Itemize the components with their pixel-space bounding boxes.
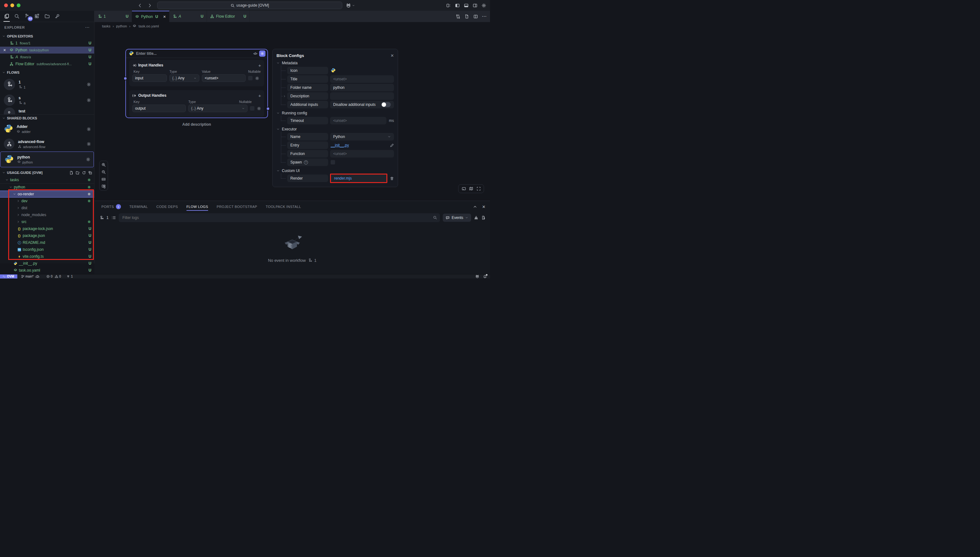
tree-item-tasks[interactable]: tasks <box>0 176 94 183</box>
tree-item-node-modules[interactable]: node_modules <box>0 212 94 218</box>
open-editor-item-1[interactable]: 1 flows/1 U <box>0 40 94 47</box>
ports-status[interactable]: 1 <box>67 275 73 278</box>
customize-layout-icon[interactable] <box>446 3 451 8</box>
sync-cloud-icon[interactable] <box>36 275 39 278</box>
toggle-sidebar-icon[interactable] <box>455 3 460 8</box>
input-value-field[interactable]: <unset> <box>202 74 245 82</box>
tab-flow-1[interactable]: 1 U <box>94 11 132 22</box>
tab-flow-a[interactable]: A U <box>169 11 207 22</box>
explorer-icon[interactable] <box>3 11 11 22</box>
compare-changes-icon[interactable] <box>456 14 460 19</box>
tree-item-readme[interactable]: i README.md U <box>0 239 94 246</box>
input-type-select[interactable]: {..} Any <box>169 74 199 82</box>
command-center-search[interactable]: usage-guide [OVM] <box>157 2 342 9</box>
fit-view-icon[interactable] <box>101 177 106 181</box>
tree-item-python[interactable]: python <box>0 184 94 191</box>
help-icon[interactable]: ? <box>304 160 308 164</box>
gear-icon[interactable] <box>86 142 91 146</box>
tree-item-vite-config[interactable]: vite.config.ts U <box>0 253 94 260</box>
tree-item-init-py[interactable]: __init__.py U <box>0 260 94 267</box>
delete-trash-icon[interactable] <box>390 176 394 181</box>
collapse-all-icon[interactable] <box>88 171 92 175</box>
tab-flow-editor[interactable]: Flow Editor U <box>207 11 250 22</box>
panel-tab-toolpack-install[interactable]: TOOLPACK INSTALL <box>266 201 301 212</box>
close-icon[interactable]: ✕ <box>3 48 6 52</box>
tree-item-package-lock[interactable]: {} package-lock.json U <box>0 225 94 232</box>
panel-tab-project-bootstrap[interactable]: PROJECT BOOTSTRAP <box>217 201 257 212</box>
search-sidebar-icon[interactable] <box>13 11 21 22</box>
breadcrumb-python[interactable]: python <box>116 24 127 28</box>
block-node[interactable]: Enter title... </> Input Handles + Key T… <box>125 49 268 118</box>
chevron-right-icon[interactable] <box>283 94 286 98</box>
fullscreen-icon[interactable] <box>476 187 481 191</box>
running-config-section-header[interactable]: Running config <box>276 109 394 117</box>
gear-icon[interactable] <box>86 98 91 103</box>
refresh-icon[interactable] <box>82 171 86 175</box>
gear-icon[interactable] <box>86 82 91 86</box>
events-filter-dropdown[interactable]: Events <box>443 213 471 222</box>
tree-item-dev[interactable]: dev <box>0 197 94 204</box>
tree-item-src[interactable]: src <box>0 218 94 225</box>
edit-pencil-icon[interactable] <box>390 143 394 147</box>
remote-indicator[interactable]: OVM <box>0 274 17 279</box>
add-input-handle-icon[interactable]: + <box>258 63 261 68</box>
tree-item-dist[interactable]: dist <box>0 204 94 212</box>
output-connector-handle[interactable] <box>266 107 270 111</box>
assistant-mascot-icon[interactable] <box>346 3 351 8</box>
add-output-handle-icon[interactable]: + <box>258 93 261 98</box>
explorer-more-icon[interactable]: ··· <box>85 26 90 29</box>
tree-item-task-oo-yaml[interactable]: task.oo.yaml U <box>0 267 94 274</box>
project-section-header[interactable]: USAGE-GUIDE [OVM] <box>0 169 94 176</box>
disallow-additional-inputs-toggle[interactable] <box>381 102 391 107</box>
open-editor-item-a[interactable]: A flows/a U <box>0 54 94 60</box>
spawn-checkbox[interactable] <box>331 160 335 164</box>
add-description-button[interactable]: Add description <box>125 122 268 127</box>
panel-close-icon[interactable]: ✕ <box>482 204 486 209</box>
gear-icon[interactable] <box>86 127 91 131</box>
forward-icon[interactable] <box>147 3 152 8</box>
console-panel-icon[interactable] <box>462 187 466 191</box>
breadcrumb-tasks[interactable]: tasks <box>102 24 111 28</box>
settings-gear-icon[interactable] <box>481 3 486 8</box>
output-type-select[interactable]: {..} Any <box>189 104 247 112</box>
entry-field[interactable]: __init__.py <box>330 142 387 149</box>
clear-logs-broom-icon[interactable] <box>474 215 478 220</box>
timeout-field[interactable]: <unset> <box>330 117 387 124</box>
open-editors-section-header[interactable]: OPEN EDITORS <box>0 33 94 40</box>
window-controls[interactable] <box>4 3 21 7</box>
secrets-key-icon[interactable] <box>53 11 61 22</box>
export-logs-icon[interactable] <box>481 215 486 220</box>
python-logo-icon[interactable] <box>331 68 336 74</box>
filter-logs-input[interactable] <box>119 213 440 222</box>
toggle-secondary-sidebar-icon[interactable] <box>473 3 478 8</box>
panel-tab-ports[interactable]: PORTS1 <box>101 201 121 212</box>
maximize-window-button[interactable] <box>17 3 21 7</box>
node-settings-button[interactable] <box>259 50 265 57</box>
output-row-gear-icon[interactable] <box>257 106 261 111</box>
panel-maximize-chevron-icon[interactable] <box>473 205 477 209</box>
open-preview-icon[interactable] <box>465 14 469 19</box>
flows-section-header[interactable]: FLOWS <box>0 69 94 76</box>
function-field[interactable]: <unset> <box>330 150 394 158</box>
tree-item-tsconfig[interactable]: TS tsconfig.json U <box>0 246 94 253</box>
shared-block-advanced-flow[interactable]: advanced-flow advanced-flow <box>0 137 94 151</box>
new-file-icon[interactable] <box>69 171 73 175</box>
input-row-gear-icon[interactable] <box>255 76 259 80</box>
more-actions-icon[interactable]: ··· <box>482 14 487 19</box>
back-icon[interactable] <box>138 3 142 8</box>
code-view-icon[interactable]: </> <box>254 52 257 55</box>
git-branch-status[interactable]: main* <box>21 275 40 278</box>
tab-python[interactable]: Python U ✕ <box>132 11 169 22</box>
extensions-icon[interactable] <box>33 11 41 22</box>
panel-tab-terminal[interactable]: TERMINAL <box>129 201 148 212</box>
output-key-field[interactable]: output <box>132 104 186 112</box>
input-key-field[interactable]: input <box>132 74 167 82</box>
description-field[interactable] <box>330 92 394 100</box>
panel-tab-code-deps[interactable]: CODE DEPS <box>156 201 178 212</box>
flow-list-item-s[interactable]: s a <box>0 93 94 107</box>
new-folder-icon[interactable] <box>76 171 80 175</box>
auto-layout-icon[interactable] <box>101 184 106 189</box>
notifications-bell-icon[interactable] <box>483 275 487 278</box>
close-icon[interactable]: ✕ <box>390 53 394 58</box>
node-title-input[interactable]: Enter title... <box>136 51 251 56</box>
